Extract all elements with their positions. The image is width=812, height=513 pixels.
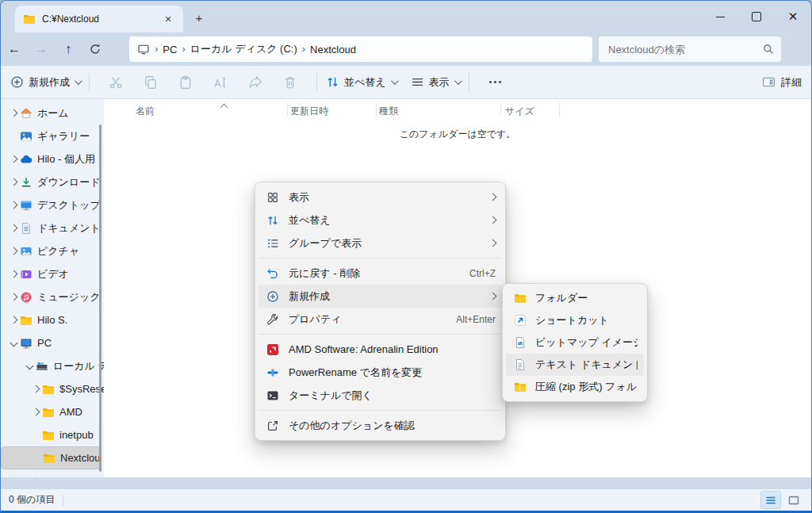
new-button[interactable]: 新規作成 — [10, 75, 80, 90]
sidebar-item-onedrive[interactable]: Hilo - 個人用 — [1, 147, 104, 170]
sidebar-item-downloads[interactable]: ダウンロード — [1, 170, 104, 193]
sidebar-item-pc[interactable]: PC — [1, 331, 104, 354]
submenu-item-text-document[interactable]: テキスト ドキュメント — [506, 354, 644, 376]
sidebar-scrollbar[interactable] — [99, 124, 102, 472]
up-button[interactable]: ↑ — [55, 42, 82, 56]
forward-button[interactable]: → — [28, 42, 55, 56]
breadcrumb[interactable]: › PC › ローカル ディスク (C:) › Nextcloud — [129, 36, 592, 62]
rename-button[interactable] — [213, 75, 228, 90]
pc-icon — [20, 337, 33, 350]
close-tab-icon[interactable]: × — [161, 12, 175, 26]
minimize-button[interactable] — [702, 1, 738, 33]
sidebar-item-amd[interactable]: AMD — [1, 400, 104, 423]
sidebar-item-hilo-s[interactable]: Hilo S. — [1, 308, 104, 331]
column-header-row: 名前 更新日時 種類 サイズ — [104, 99, 811, 121]
cut-button[interactable] — [109, 75, 123, 90]
column-type[interactable]: 種類 — [379, 105, 398, 118]
sidebar-item-home[interactable]: ホーム — [1, 101, 104, 124]
more-options-button[interactable] — [489, 81, 501, 83]
menu-separator — [259, 334, 501, 335]
chevron-right-icon — [489, 239, 497, 247]
sidebar-item-nextcloud[interactable]: Nextcloud — [1, 446, 101, 469]
zip-folder-icon — [514, 381, 527, 393]
folder-icon — [42, 429, 55, 442]
chevron-right-icon: › — [302, 43, 305, 55]
menu-item-open-terminal[interactable]: ターミナルで開く — [259, 384, 502, 407]
menu-item-amd-software[interactable]: AMD Software: Adrenalin Edition — [259, 338, 502, 361]
column-name[interactable]: 名前 — [136, 105, 155, 118]
sidebar-item-gallery[interactable]: ギャラリー — [1, 124, 104, 147]
view-button-label: 表示 — [429, 75, 450, 90]
column-divider[interactable] — [376, 103, 377, 117]
sort-arrows-icon — [266, 214, 279, 227]
divider — [316, 73, 317, 92]
wrench-icon — [266, 313, 279, 326]
menu-item-properties[interactable]: プロパティAlt+Enter — [259, 308, 502, 331]
view-button[interactable]: 表示 — [411, 75, 460, 90]
menu-item-new[interactable]: 新規作成 — [259, 285, 502, 308]
column-modified[interactable]: 更新日時 — [290, 105, 328, 118]
sidebar-item-pictures[interactable]: ピクチャ — [1, 239, 104, 262]
this-pc-icon — [137, 43, 150, 56]
details-view-button[interactable] — [760, 491, 781, 509]
column-divider[interactable] — [500, 103, 501, 117]
search-box[interactable] — [599, 36, 781, 62]
search-input[interactable] — [599, 44, 781, 56]
delete-button[interactable] — [283, 75, 297, 90]
menu-item-powerrename[interactable]: PowerRename で名前を変更 — [259, 361, 502, 384]
back-button[interactable]: ← — [1, 42, 28, 56]
music-icon — [20, 291, 33, 304]
breadcrumb-pc[interactable]: PC — [163, 44, 177, 56]
copy-button[interactable] — [144, 75, 158, 90]
sort-button[interactable]: 並べ替え — [326, 75, 396, 90]
home-icon — [20, 107, 33, 120]
submenu-item-zip-folder[interactable]: 圧縮 (zip 形式) フォルダー — [506, 376, 644, 398]
details-pane-button[interactable]: 詳細 — [762, 75, 802, 90]
folder-icon — [23, 13, 36, 25]
refresh-button[interactable] — [82, 43, 109, 56]
menu-item-view[interactable]: 表示 — [259, 186, 502, 209]
menu-item-sort[interactable]: 並べ替え — [259, 209, 502, 232]
disk-icon — [36, 360, 48, 373]
sidebar-item-music[interactable]: ミュージック — [1, 285, 104, 308]
sort-arrows-icon — [326, 75, 339, 89]
menu-item-show-more-options[interactable]: その他のオプションを確認 — [259, 414, 502, 437]
sidebar-item-desktop[interactable]: デスクトップ — [1, 193, 104, 216]
chevron-right-icon — [489, 293, 497, 301]
powerrename-icon — [266, 366, 279, 379]
share-button[interactable] — [248, 75, 262, 90]
close-button[interactable]: ✕ — [775, 1, 811, 33]
icons-view-button[interactable] — [784, 492, 803, 508]
context-menu: 表示 並べ替え グループで表示 元に戻す - 削除Ctrl+Z 新規作成 プロパ… — [255, 182, 506, 441]
details-pane-icon — [762, 75, 776, 89]
document-icon — [20, 222, 33, 235]
submenu-item-bitmap[interactable]: ビットマップ イメージ — [506, 331, 644, 354]
onedrive-cloud-icon — [20, 153, 33, 166]
menu-item-undo-delete[interactable]: 元に戻す - 削除Ctrl+Z — [259, 262, 502, 285]
folder-icon — [20, 314, 33, 327]
column-divider[interactable] — [287, 103, 288, 117]
amd-icon — [266, 343, 279, 356]
maximize-button[interactable] — [738, 1, 775, 33]
submenu-item-folder[interactable]: フォルダー — [506, 287, 644, 309]
explorer-tab[interactable]: C:¥Nextcloud × — [15, 6, 183, 33]
plus-circle-icon — [266, 290, 279, 303]
breadcrumb-folder[interactable]: Nextcloud — [310, 44, 356, 56]
column-divider[interactable] — [559, 103, 560, 117]
sidebar-item-inetpub[interactable]: inetpub — [1, 423, 104, 446]
breadcrumb-drive[interactable]: ローカル ディスク (C:) — [190, 42, 297, 56]
new-tab-button[interactable]: + — [190, 9, 209, 28]
paste-button[interactable] — [178, 75, 193, 90]
pictures-icon — [20, 245, 33, 258]
chevron-down-icon — [75, 77, 82, 85]
column-size[interactable]: サイズ — [505, 105, 534, 118]
undo-icon — [266, 267, 279, 280]
sidebar-item-sysreset[interactable]: $SysReset — [1, 377, 104, 400]
sidebar-item-videos[interactable]: ビデオ — [1, 262, 104, 285]
sidebar-item-onedrivete[interactable]: OneDriveTe — [1, 469, 104, 477]
sidebar-item-local-disk[interactable]: ローカル ディス' — [1, 354, 104, 377]
submenu-item-shortcut[interactable]: ショートカット — [506, 309, 644, 331]
gallery-icon — [20, 130, 33, 143]
sidebar-item-documents[interactable]: ドキュメント — [1, 216, 104, 239]
menu-item-group-by[interactable]: グループで表示 — [259, 232, 502, 255]
